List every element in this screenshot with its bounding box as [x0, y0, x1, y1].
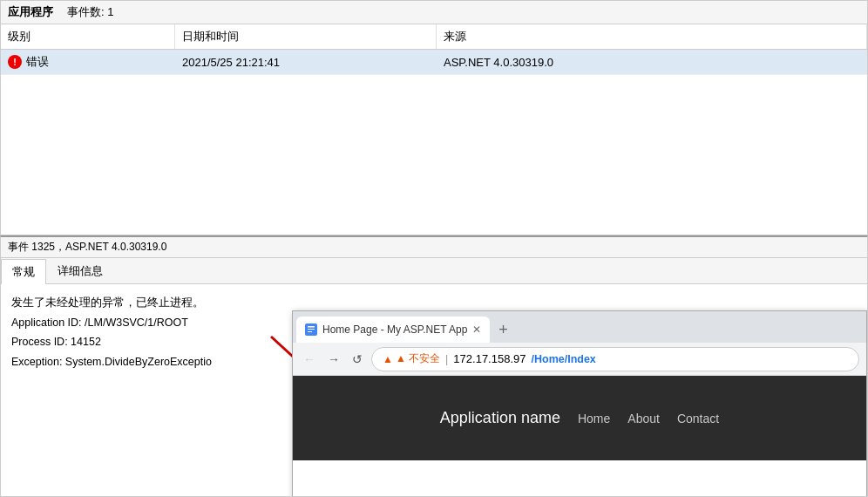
browser-forward-button[interactable]: →: [324, 351, 343, 368]
browser-tab-active[interactable]: Home Page - My ASP.NET App ✕: [296, 317, 490, 343]
svg-rect-5: [308, 331, 312, 332]
event-detail-panel: 事件 1325，ASP.NET 4.0.30319.0 常规 详细信息 发生了未…: [0, 235, 868, 497]
url-path: /Home/Index: [532, 353, 596, 365]
browser-tab-label: Home Page - My ASP.NET App: [322, 323, 467, 336]
browser-tab-close-icon[interactable]: ✕: [472, 323, 481, 336]
event-line4: Exception: System.DivideByZeroExceptio: [11, 352, 278, 372]
event-detail-tabs: 常规 详细信息: [1, 258, 867, 284]
event-status-bar: 事件 1325，ASP.NET 4.0.30319.0: [1, 237, 867, 258]
event-line3: Process ID: 14152: [11, 332, 278, 352]
browser-security-warning: ▲ ▲ 不安全: [383, 351, 440, 366]
cell-source: ASP.NET 4.0.30319.0: [437, 50, 867, 74]
browser-favicon: [305, 323, 317, 336]
app-name-label: Application name: [440, 409, 560, 427]
browser-new-tab-button[interactable]: +: [492, 317, 515, 343]
url-separator: |: [445, 353, 448, 365]
browser-refresh-button[interactable]: ↺: [349, 351, 366, 368]
cell-datetime: 2021/5/25 21:21:41: [175, 50, 437, 74]
svg-rect-4: [308, 329, 315, 330]
browser-url-bar[interactable]: ▲ ▲ 不安全 | 172.17.158.97 /Home/Index: [371, 347, 859, 371]
warning-triangle-icon: ▲: [383, 353, 393, 365]
event-table: 级别 日期和时间 来源 ! 错误 2021/5/25 21:21:41 ASP.…: [1, 24, 867, 235]
browser-address-bar: ← → ↺ ▲ ▲ 不安全 | 172.17.158.97 /Home/Inde…: [293, 343, 866, 376]
browser-page-body: [293, 460, 866, 496]
url-domain: 172.17.158.97: [453, 352, 526, 365]
table-row[interactable]: ! 错误 2021/5/25 21:21:41 ASP.NET 4.0.3031…: [1, 50, 867, 75]
browser-page-navbar: Application name Home About Contact: [293, 376, 866, 460]
svg-rect-3: [308, 326, 315, 328]
browser-navbar: Application name Home About Contact: [440, 409, 719, 427]
col-header-source: 来源: [437, 24, 867, 49]
event-rows: ! 错误 2021/5/25 21:21:41 ASP.NET 4.0.3031…: [1, 50, 867, 235]
nav-link-about[interactable]: About: [627, 412, 660, 426]
nav-link-home[interactable]: Home: [578, 412, 610, 426]
col-header-level: 级别: [1, 24, 175, 49]
event-line2: Application ID: /LM/W3SVC/1/ROOT: [11, 313, 278, 333]
event-table-headers: 级别 日期和时间 来源: [1, 24, 867, 50]
event-detail-content: 发生了未经处理的异常，已终止进程。 Application ID: /LM/W3…: [1, 284, 867, 496]
error-icon: !: [8, 55, 22, 69]
browser-tabs-bar: Home Page - My ASP.NET App ✕ +: [293, 311, 866, 343]
browser-back-button[interactable]: ←: [300, 351, 319, 368]
event-line1: 发生了未经处理的异常，已终止进程。: [11, 293, 278, 313]
tab-details[interactable]: 详细信息: [46, 258, 114, 283]
event-viewer-panel: 应用程序 事件数: 1 级别 日期和时间 来源 ! 错误 2021/5/25 2…: [0, 0, 868, 235]
event-text-panel: 发生了未经处理的异常，已终止进程。 Application ID: /LM/W3…: [1, 284, 288, 496]
event-viewer-header: 应用程序 事件数: 1: [1, 1, 867, 24]
tab-general[interactable]: 常规: [1, 259, 46, 284]
nav-link-contact[interactable]: Contact: [677, 412, 719, 426]
event-viewer-title: 应用程序: [8, 4, 53, 20]
browser-window: Home Page - My ASP.NET App ✕ + ← → ↺ ▲ ▲…: [292, 310, 867, 496]
cell-level: ! 错误: [1, 50, 175, 74]
event-viewer-count: 事件数: 1: [67, 4, 113, 20]
security-warning-text: ▲ 不安全: [396, 351, 440, 366]
col-header-datetime: 日期和时间: [175, 24, 437, 49]
